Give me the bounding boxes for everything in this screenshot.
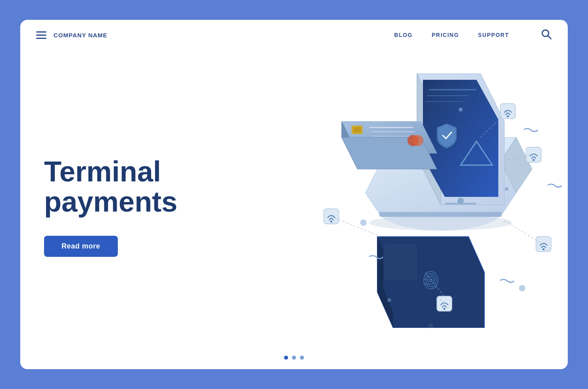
hero-illustration (246, 50, 568, 328)
svg-point-37 (543, 248, 545, 250)
search-icon[interactable] (541, 29, 552, 41)
svg-point-31 (331, 221, 332, 223)
carousel-dots (20, 356, 568, 369)
hamburger-icon[interactable] (36, 31, 46, 39)
main-nav: BLOG PRICING SUPPORT (394, 29, 552, 41)
svg-point-11 (369, 215, 512, 231)
svg-point-9 (505, 187, 508, 191)
page-wrapper: COMPANY NAME BLOG PRICING SUPPORT Termin… (20, 20, 568, 369)
svg-rect-19 (353, 127, 361, 133)
nav-support[interactable]: SUPPORT (478, 32, 509, 38)
header: COMPANY NAME BLOG PRICING SUPPORT (20, 20, 568, 50)
dot-2[interactable] (292, 356, 296, 360)
svg-line-1 (548, 36, 551, 39)
read-more-button[interactable]: Read more (44, 236, 118, 257)
main-content: Terminal payments Read more (20, 50, 568, 356)
svg-point-35 (533, 159, 535, 161)
hero-title: Terminal payments (44, 157, 187, 217)
svg-point-39 (444, 308, 446, 310)
svg-rect-17 (445, 203, 477, 204)
dot-3[interactable] (300, 356, 304, 360)
svg-point-33 (507, 116, 509, 117)
nav-pricing[interactable]: PRICING (432, 32, 459, 38)
company-name: COMPANY NAME (54, 32, 108, 39)
svg-point-46 (459, 108, 463, 112)
svg-point-24 (412, 135, 423, 146)
svg-point-47 (360, 220, 367, 226)
svg-point-48 (519, 285, 525, 291)
nav-blog[interactable]: BLOG (394, 32, 413, 38)
svg-line-40 (331, 217, 381, 237)
left-panel: Terminal payments Read more (20, 50, 187, 356)
svg-point-49 (387, 298, 391, 302)
illustration-panel (187, 50, 568, 356)
dot-1[interactable] (284, 356, 288, 360)
